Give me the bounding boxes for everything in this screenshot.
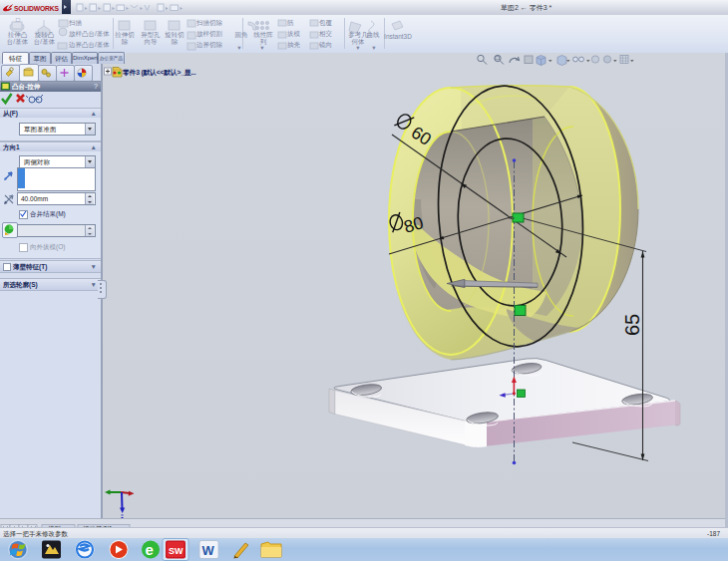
svg-text:SOLIDWORKS: SOLIDWORKS <box>14 5 59 12</box>
svg-text:SW: SW <box>169 546 183 556</box>
svg-text:e: e <box>146 541 154 558</box>
svg-text:零件3 (默认<<默认>_显...: 零件3 (默认<<默认>_显... <box>122 69 196 77</box>
svg-text:W: W <box>202 543 215 558</box>
svg-text:65: 65 <box>621 314 643 336</box>
